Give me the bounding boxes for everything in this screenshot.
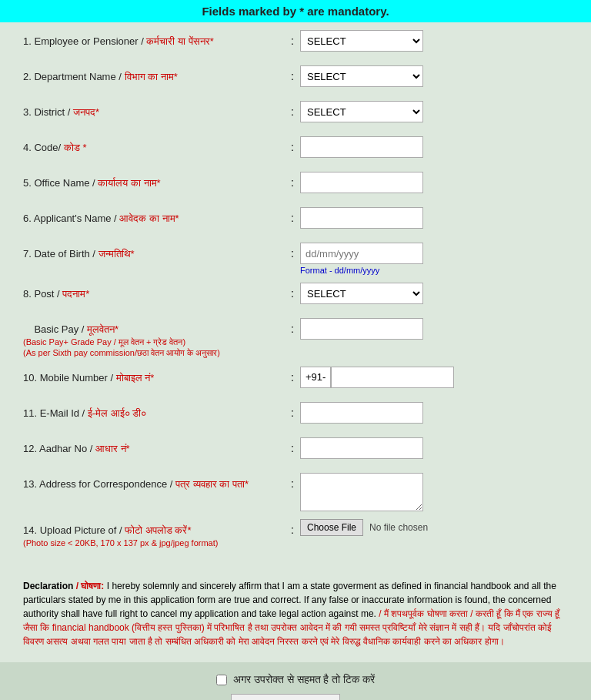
label-applicant-name: 6. Applicant's Name / आवेदक का नाम* xyxy=(23,207,285,226)
choose-file-button[interactable]: Choose File xyxy=(300,519,363,536)
label-office-name: 5. Office Name / कार्यालय का नाम* xyxy=(23,172,285,190)
agreement-row: अगर उपरोक्त से सहमत है तो टिक करें xyxy=(0,673,591,686)
label-code: 4. Code/ कोड * xyxy=(23,136,285,155)
field-dob: 7. Date of Birth / जन्मतिथि* : Format - … xyxy=(23,243,568,275)
label-upload-picture: 14. Upload Picture of / फोटो अपलोड करें*… xyxy=(23,519,285,548)
input-office-name[interactable] xyxy=(300,172,423,193)
label-email: 11. E-Mail Id / ई-मेल आई० डी० xyxy=(23,402,285,420)
label-department-name: 2. Department Name / विभाग का नाम* xyxy=(23,65,285,84)
input-applicant-name[interactable] xyxy=(300,207,423,229)
field-upload-picture: 14. Upload Picture of / फोटो अपलोड करें*… xyxy=(23,519,568,548)
input-email[interactable] xyxy=(300,402,423,424)
label-district: 3. District / जनपद* xyxy=(23,101,285,119)
field-applicant-name: 6. Applicant's Name / आवेदक का नाम* : xyxy=(23,207,568,235)
label-post: 8. Post / पदनाम* xyxy=(23,283,285,301)
agreement-checkbox[interactable] xyxy=(216,675,227,685)
field-code: 4. Code/ कोड * : xyxy=(23,136,568,164)
field-address: 13. Address for Correspondence / पत्र व्… xyxy=(23,473,568,511)
select-post[interactable]: SELECT xyxy=(300,283,423,304)
field-basic-pay: Basic Pay / मूलवेतन* (Basic Pay+ Grade P… xyxy=(23,318,568,359)
select-department-name[interactable]: SELECT xyxy=(300,65,423,87)
mandatory-note: Fields marked by * are mandatory. xyxy=(202,5,389,18)
input-code[interactable] xyxy=(300,136,423,158)
label-address: 13. Address for Correspondence / पत्र व्… xyxy=(23,473,285,491)
dob-format-hint: Format - dd/mm/yyyy xyxy=(300,266,379,275)
captcha-section: 8ca82e ↻ Verification Code : xyxy=(0,694,591,700)
field-mobile-number: 10. Mobile Number / मोबाइल नं* : +91- xyxy=(23,367,568,394)
top-banner: Fields marked by * are mandatory. xyxy=(0,0,591,22)
field-district: 3. District / जनपद* : SELECT xyxy=(23,101,568,129)
select-district[interactable]: SELECT xyxy=(300,101,423,122)
mobile-prefix: +91- xyxy=(300,367,331,388)
declaration-title: Declaration xyxy=(23,581,73,591)
label-dob: 7. Date of Birth / जन्मतिथि* xyxy=(23,243,285,261)
input-aadhar[interactable] xyxy=(300,437,423,459)
declaration-title-hindi: / घोषणा: xyxy=(76,581,105,591)
captcha-image: 8ca82e xyxy=(231,694,339,700)
input-employee-pensioner[interactable]: SELECT xyxy=(300,30,568,52)
field-post: 8. Post / पदनाम* : SELECT xyxy=(23,283,568,310)
select-employee-pensioner[interactable]: SELECT xyxy=(300,30,423,52)
field-aadhar: 12. Aadhar No / आधार नं* : xyxy=(23,437,568,465)
label-basic-pay: Basic Pay / मूलवेतन* (Basic Pay+ Grade P… xyxy=(23,318,285,359)
captcha-image-row: 8ca82e ↻ xyxy=(231,694,359,700)
field-employee-pensioner: 1. Employee or Pensioner / कर्मचारी या प… xyxy=(23,30,568,58)
field-email: 11. E-Mail Id / ई-मेल आई० डी० : xyxy=(23,402,568,430)
input-dob[interactable] xyxy=(300,243,423,264)
input-mobile-number[interactable] xyxy=(331,367,454,388)
label-aadhar: 12. Aadhar No / आधार नं* xyxy=(23,437,285,456)
label-employee-pensioner: 1. Employee or Pensioner / कर्मचारी या प… xyxy=(23,30,285,49)
input-address[interactable] xyxy=(300,473,423,511)
input-basic-pay[interactable] xyxy=(300,318,423,340)
no-file-label: No file chosen xyxy=(369,522,428,533)
field-department-name: 2. Department Name / विभाग का नाम* : SEL… xyxy=(23,65,568,93)
declaration-section: Declaration / घोषणा: I hereby solemnly a… xyxy=(0,571,591,662)
field-office-name: 5. Office Name / कार्यालय का नाम* : xyxy=(23,172,568,199)
agreement-label: अगर उपरोक्त से सहमत है तो टिक करें xyxy=(233,673,375,686)
label-mobile-number: 10. Mobile Number / मोबाइल नं* xyxy=(23,367,285,385)
